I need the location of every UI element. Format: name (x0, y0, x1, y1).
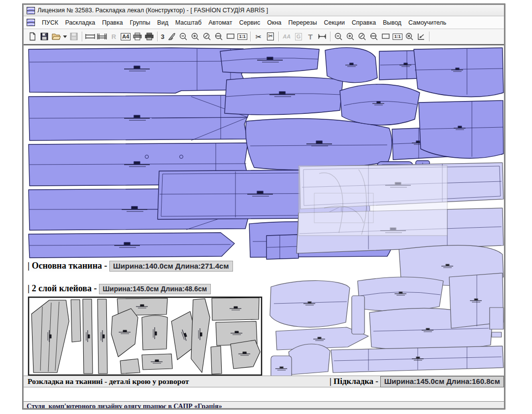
zoom-window-2-icon[interactable] (380, 31, 392, 42)
menu-item[interactable]: Справка (348, 18, 379, 27)
measure-icon[interactable] (316, 31, 328, 42)
title-bar[interactable]: Лицензия № 32583. Раскладка лекал (Конст… (24, 5, 504, 16)
cut-piece-icon[interactable]: ✂ (265, 31, 276, 42)
menu-item[interactable]: Самоучитель (405, 18, 450, 27)
bottom-label-bar: Розкладка на тканині - деталі крою у роз… (24, 376, 504, 387)
glue-layer-label: | 2 слой клейова - (27, 283, 99, 294)
main-fabric-measurement: Ширина:140.0см Длина:271.4см (109, 261, 233, 272)
menu-item[interactable]: Вид (154, 18, 172, 27)
glue-ghost-overlay (299, 166, 447, 236)
zoom-window-icon[interactable] (225, 31, 236, 42)
menu-item[interactable]: ПУСК (38, 18, 62, 27)
menu-item[interactable]: Секции (321, 18, 349, 27)
app-logo-icon (27, 7, 35, 14)
menu-items: ПУСКРаскладкаПравкаГруппыВидМасштабАвтом… (38, 18, 450, 27)
menu-item[interactable]: Автомат (205, 18, 235, 27)
zoom-out-2-icon[interactable] (332, 31, 344, 42)
axes-corner-icon[interactable] (415, 31, 427, 42)
number-3-icon[interactable]: 3 (160, 31, 166, 42)
menu-item[interactable]: Сервис (235, 18, 264, 27)
new-document-icon[interactable] (27, 31, 38, 42)
toolbar-separator (429, 32, 430, 41)
open-icon[interactable] (50, 31, 62, 42)
window-title: Лицензия № 32583. Раскладка лекал (Конст… (37, 7, 268, 14)
toolbar-separator (250, 32, 251, 41)
group-disabled-icon: G (293, 31, 304, 42)
zoom-width-2-icon[interactable] (368, 31, 380, 42)
zoom-off-icon[interactable] (403, 31, 415, 42)
status-text: Студя комп'ютерного дизайну одягу працює… (24, 403, 222, 408)
r-tool-icon: R (108, 31, 120, 42)
menu-system-icon[interactable] (27, 19, 35, 26)
font-disabled-icon: AA (281, 31, 293, 42)
toolbar-separator (82, 32, 82, 41)
text-tool-icon[interactable]: T (304, 31, 316, 42)
toolbar-separator (330, 32, 331, 41)
application-window: Лицензия № 32583. Раскладка лекал (Конст… (23, 4, 505, 409)
layout-frame-icon[interactable] (84, 31, 96, 42)
glue-layer-label-row: | 2 слой клейова - Ширина:145.0см Длина:… (27, 283, 211, 294)
main-fabric-label: | Основна тканина - (27, 261, 109, 272)
zoom-out-icon[interactable] (177, 31, 189, 42)
zoom-width-icon[interactable] (213, 31, 225, 42)
menu-item[interactable]: Перерезы (285, 18, 320, 27)
save-disabled-icon (68, 31, 80, 42)
menu-item[interactable]: Правка (99, 18, 126, 27)
cut-icon[interactable]: ✂ (253, 31, 265, 42)
toolbar-separator (157, 32, 158, 41)
zoom-1-1-icon[interactable]: 1:1 (236, 31, 248, 42)
layout-canvas[interactable]: | Основна тканина - Ширина:140.0см Длина… (24, 44, 504, 408)
menu-item[interactable]: Группы (126, 18, 154, 27)
print-icon[interactable] (132, 31, 143, 42)
lining-measurement: Ширина:145.0см Длина:160.8см (380, 376, 504, 387)
pattern-canvas[interactable] (24, 45, 504, 408)
lining-label: | Підкладка - (329, 377, 380, 387)
save-icon[interactable] (38, 31, 50, 42)
toolbar-separator (278, 32, 279, 41)
menu-item[interactable]: Раскладка (62, 18, 99, 27)
menu-item[interactable]: Вывод (379, 18, 405, 27)
fabric-layout-label: Розкладка на тканині - деталі крою у роз… (24, 377, 191, 386)
zoom-in-icon[interactable] (189, 31, 201, 42)
status-bar: Студя комп'ютерного дизайну одягу працює… (24, 401, 504, 408)
menu-bar: ПУСКРаскладкаПравкаГруппыВидМасштабАвтом… (24, 16, 504, 29)
layout-frame-wide-icon[interactable] (96, 31, 108, 42)
a4-page-icon[interactable]: A4 (120, 31, 132, 42)
zoom-cancel-2-icon[interactable] (356, 31, 368, 42)
pen-icon[interactable] (166, 31, 177, 42)
zoom-in-2-icon[interactable] (344, 31, 356, 42)
zoom-cancel-icon[interactable] (201, 31, 213, 42)
glue-layer-measurement: Ширина:145.0см Длина:48.6см (99, 284, 211, 294)
menu-item[interactable]: Окна (264, 18, 285, 27)
print-dark-icon[interactable] (143, 31, 155, 42)
zoom-1-1-2-icon[interactable]: 1:1 (392, 31, 403, 42)
open-dropdown-icon[interactable] (62, 31, 68, 42)
main-fabric-label-row: | Основна тканина - Ширина:140.0см Длина… (27, 261, 233, 272)
menu-item[interactable]: Масштаб (172, 18, 205, 27)
toolbar: R A4 3 1:1 ✂ ✂ AA G T (24, 29, 504, 44)
